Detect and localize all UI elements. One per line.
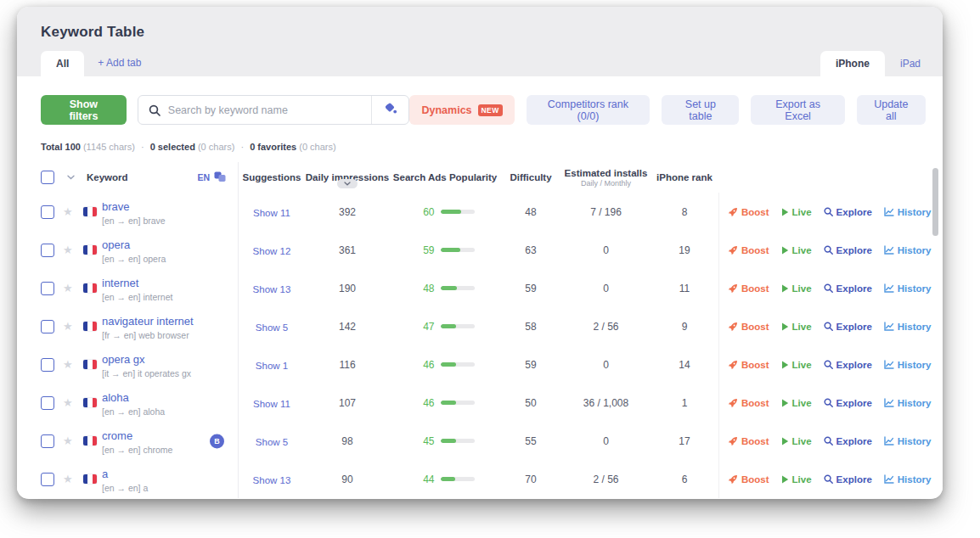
live-button[interactable]: Live [781,360,812,370]
explore-button[interactable]: Explore [824,245,872,255]
row-checkbox[interactable] [41,473,54,486]
explore-button[interactable]: Explore [824,474,872,485]
tab-all[interactable]: All [41,51,84,76]
explore-button[interactable]: Explore [824,322,872,332]
play-icon [781,322,789,331]
show-suggestions-link[interactable]: Show 11 [253,399,290,409]
show-suggestions-link[interactable]: Show 13 [253,284,291,294]
row-checkbox[interactable] [41,320,54,333]
keyword-link[interactable]: internet [102,277,138,289]
keyword-link[interactable]: opera gx [102,353,145,366]
keyword-link[interactable]: brave [102,200,130,213]
header-suggestions[interactable]: Suggestions [239,172,305,182]
show-suggestions-link[interactable]: Show 13 [253,475,291,485]
favorite-star-icon[interactable]: ★ [63,397,73,408]
favorite-star-icon[interactable]: ★ [63,283,73,294]
live-button[interactable]: Live [781,245,812,255]
header-popularity[interactable]: Search Ads Popularity [390,172,500,182]
live-button[interactable]: Live [781,398,812,408]
keyword-link[interactable]: navigateur internet [102,315,194,328]
show-filters-button[interactable]: Show filters [41,95,127,125]
explore-button[interactable]: Explore [824,436,872,446]
show-suggestions-link[interactable]: Show 5 [256,322,288,333]
favorite-star-icon[interactable]: ★ [63,321,73,332]
live-button[interactable]: Live [781,283,812,294]
show-suggestions-link[interactable]: Show 5 [256,437,288,447]
live-button[interactable]: Live [781,207,812,217]
popularity-value: 59 [416,244,435,256]
suggestions-cell: Show 1 [239,357,305,373]
boost-button[interactable]: Boost [728,398,769,408]
translate-language-control[interactable]: EN [197,171,238,184]
highlight-paint-button[interactable] [371,96,408,124]
history-button[interactable]: History [884,398,932,408]
show-suggestions-link[interactable]: Show 11 [253,208,290,218]
keyword-translation: [it → en] it operates gx [102,368,191,378]
keyword-cell: opera [en → en] opera [83,231,239,269]
row-checkbox[interactable] [41,434,54,448]
live-button[interactable]: Live [781,436,812,446]
update-all-button[interactable]: Update all [857,95,926,125]
live-button[interactable]: Live [781,322,812,332]
select-menu-chevron-icon[interactable] [67,175,75,180]
select-all-checkbox[interactable] [41,171,54,184]
show-suggestions-link[interactable]: Show 12 [253,246,291,256]
favorite-star-icon[interactable]: ★ [63,474,73,485]
boost-label: Boost [741,398,769,408]
explore-button[interactable]: Explore [824,207,872,217]
row-checkbox[interactable] [41,358,54,372]
history-button[interactable]: History [884,245,932,255]
set-up-table-button[interactable]: Set up table [662,95,739,125]
row-checkbox[interactable] [41,282,54,295]
history-button[interactable]: History [884,283,932,294]
boost-button[interactable]: Boost [728,245,769,255]
header-installs[interactable]: Estimated installs Daily / Monthly [561,168,651,188]
paint-bucket-icon [384,102,397,118]
keyword-link[interactable]: aloha [102,391,129,404]
keyword-header-label[interactable]: Keyword [87,172,128,182]
boost-button[interactable]: Boost [728,436,769,446]
keyword-link[interactable]: opera [102,238,130,251]
dynamics-button[interactable]: Dynamics NEW [409,95,514,125]
export-excel-button[interactable]: Export as Excel [751,95,844,125]
history-button[interactable]: History [884,207,932,217]
explore-button[interactable]: Explore [824,283,872,294]
boost-button[interactable]: Boost [728,207,769,217]
add-tab-button[interactable]: + Add tab [98,51,141,76]
rank-cell: 6 [651,474,718,485]
history-button[interactable]: History [884,322,932,332]
keyword-link[interactable]: a [102,468,108,480]
history-button[interactable]: History [884,474,932,485]
boost-button[interactable]: Boost [728,322,769,332]
favorite-star-icon[interactable]: ★ [63,244,73,255]
boost-button[interactable]: Boost [728,283,769,294]
competitors-rank-button[interactable]: Competitors rank (0/0) [527,95,651,125]
keyword-link[interactable]: crome [102,429,132,442]
boost-button[interactable]: Boost [728,360,769,370]
favorite-star-icon[interactable]: ★ [63,359,73,370]
tab-ipad[interactable]: iPad [885,51,936,76]
history-button[interactable]: History [884,436,932,446]
search-input[interactable] [168,104,372,116]
header-difficulty[interactable]: Difficulty [500,172,561,182]
explore-button[interactable]: Explore [824,398,872,408]
row-star-cell: ★ [63,244,83,255]
row-checkbox[interactable] [41,244,54,257]
header-impressions[interactable]: Daily impressions [305,172,390,182]
magnifier-icon [824,436,833,446]
header-rank[interactable]: iPhone rank [651,172,718,182]
tab-iphone[interactable]: iPhone [820,51,885,76]
rocket-icon [728,245,738,255]
boost-button[interactable]: Boost [728,474,769,485]
live-button[interactable]: Live [781,474,812,485]
row-checkbox[interactable] [41,205,54,219]
separator: · [141,142,144,152]
row-checkbox[interactable] [41,396,54,410]
history-button[interactable]: History [884,360,932,370]
show-suggestions-link[interactable]: Show 1 [256,361,288,371]
vertical-scrollbar-thumb[interactable] [932,168,938,236]
sort-indicator[interactable] [337,179,358,188]
favorite-star-icon[interactable]: ★ [63,435,73,446]
explore-button[interactable]: Explore [824,360,872,370]
favorite-star-icon[interactable]: ★ [63,206,73,217]
